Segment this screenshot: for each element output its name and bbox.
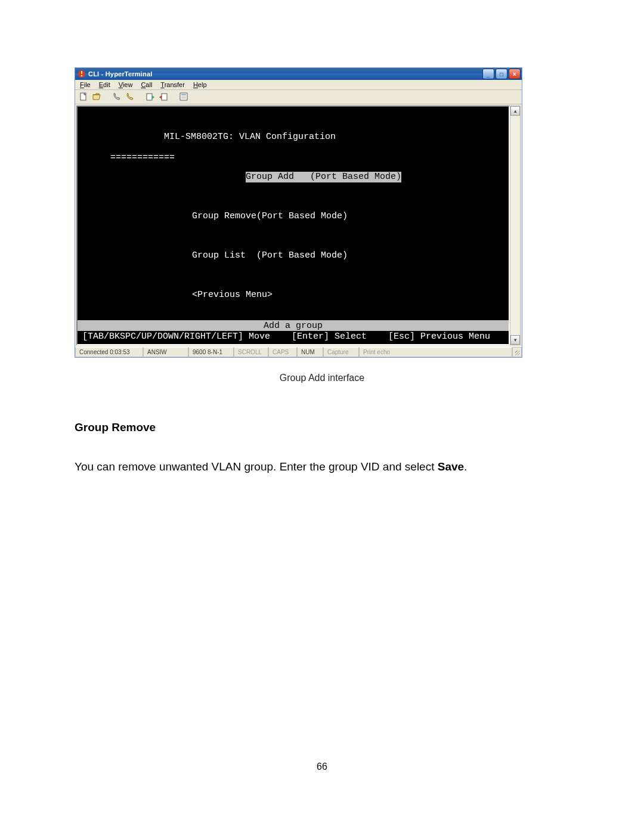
menu-help[interactable]: Help <box>193 81 207 88</box>
svg-rect-9 <box>181 98 186 98</box>
status-port-settings: 9600 8-N-1 <box>188 347 234 357</box>
terminal-menu: Group Add (Port Based Mode) Group Remove… <box>192 162 401 329</box>
disconnect-icon[interactable] <box>125 92 135 101</box>
svg-rect-5 <box>162 94 167 100</box>
status-emulation: ANSIW <box>143 347 188 357</box>
figure-caption: Group Add interface <box>0 373 644 383</box>
svg-rect-8 <box>181 97 186 97</box>
svg-rect-4 <box>147 94 152 100</box>
terminal-menu-item-group-remove[interactable]: Group Remove(Port Based Mode) <box>192 211 401 221</box>
body-paragraph: You can remove unwanted VLAN group. Ente… <box>75 459 528 475</box>
maximize-button[interactable]: □ <box>496 69 507 79</box>
hyperterminal-app-icon <box>78 70 86 78</box>
call-icon[interactable] <box>112 92 122 101</box>
hyperterminal-window: CLI - HyperTerminal _ □ × File Edit View… <box>75 67 522 358</box>
status-num: NUM <box>297 347 323 357</box>
menu-call[interactable]: Call <box>141 81 152 88</box>
terminal-menu-item-group-add[interactable]: Group Add (Port Based Mode) <box>246 172 401 182</box>
status-caps: CAPS <box>268 347 297 357</box>
terminal-area-wrap: MIL-SM8002TG: VLAN Configuration =======… <box>75 104 522 346</box>
terminal-menu-item-previous-menu[interactable]: <Previous Menu> <box>192 290 401 300</box>
terminal-nav-hint: [TAB/BKSPC/UP/DOWN/RIGHT/LEFT] Move [Ent… <box>82 332 509 342</box>
svg-rect-7 <box>181 94 186 95</box>
section-heading-group-remove: Group Remove <box>75 421 156 434</box>
menu-file[interactable]: File <box>80 81 91 88</box>
window-title: CLI - HyperTerminal <box>88 70 482 78</box>
scroll-down-arrow-icon[interactable]: ▾ <box>510 335 520 345</box>
properties-icon[interactable] <box>179 92 188 101</box>
scroll-up-arrow-icon[interactable]: ▴ <box>510 106 520 116</box>
statusbar: Connected 0:03:53 ANSIW 9600 8-N-1 SCROL… <box>75 346 522 357</box>
svg-rect-1 <box>81 71 82 74</box>
receive-icon[interactable] <box>159 92 168 101</box>
terminal-screen[interactable]: MIL-SM8002TG: VLAN Configuration =======… <box>76 106 510 345</box>
window-titlebar[interactable]: CLI - HyperTerminal _ □ × <box>75 68 522 80</box>
close-button[interactable]: × <box>509 69 521 79</box>
minimize-button[interactable]: _ <box>482 69 494 79</box>
menu-edit[interactable]: Edit <box>99 81 110 88</box>
menu-view[interactable]: View <box>119 81 133 88</box>
scroll-track[interactable] <box>510 116 520 335</box>
menu-transfer[interactable]: Transfer <box>160 81 185 88</box>
resize-grip-icon[interactable] <box>512 347 522 357</box>
svg-point-2 <box>81 75 83 77</box>
page-number: 66 <box>0 761 644 772</box>
status-capture: Capture <box>323 347 359 357</box>
status-print-echo: Print echo <box>359 347 512 357</box>
status-scroll: SCROLL <box>234 347 268 357</box>
vertical-scrollbar[interactable]: ▴ ▾ <box>510 106 521 345</box>
toolbar <box>75 90 522 104</box>
send-icon[interactable] <box>145 92 155 101</box>
document-page: CLI - HyperTerminal _ □ × File Edit View… <box>0 0 644 833</box>
status-connected-time: Connected 0:03:53 <box>75 347 143 357</box>
menubar: File Edit View Call Transfer Help <box>75 80 522 90</box>
terminal-title: MIL-SM8002TG: VLAN Configuration <box>164 132 336 142</box>
terminal-hint-bar: Add a group <box>78 320 509 331</box>
terminal-menu-item-group-list[interactable]: Group List (Port Based Mode) <box>192 250 401 261</box>
open-file-icon[interactable] <box>92 92 101 101</box>
new-file-icon[interactable] <box>79 92 88 101</box>
